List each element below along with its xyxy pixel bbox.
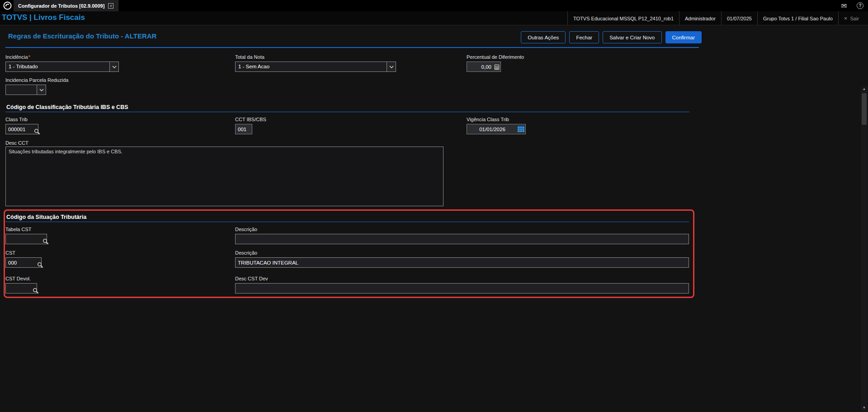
desc-cct-label: Desc CCT (5, 140, 28, 146)
brand-title: TOTVS | Livros Fiscais (2, 13, 85, 22)
scroll-up-icon[interactable]: ▲ (861, 86, 868, 92)
tabela-descricao-input[interactable] (235, 234, 689, 244)
calculator-icon[interactable] (494, 64, 500, 72)
calendar-icon[interactable] (518, 126, 524, 134)
magnifier-icon[interactable] (37, 262, 43, 270)
inc-parcela-reduzida-select[interactable] (5, 85, 46, 95)
incidencia-label: Incidência* (5, 54, 119, 60)
window-top-bar: Configurador de Tributos [02.9.0009] × ✉… (0, 0, 868, 11)
section-divider (5, 112, 689, 112)
tab-configurador-tributos[interactable]: Configurador de Tributos [02.9.0009] × (14, 0, 118, 11)
help-icon[interactable]: ? (857, 2, 863, 9)
cst-devol-label: CST Devol. (5, 276, 37, 281)
vigencia-class-trib-input[interactable] (467, 124, 526, 134)
tab-close-icon[interactable]: × (108, 3, 113, 9)
desc-cct-textarea[interactable]: Situações tributadas integralmente pelo … (5, 147, 443, 206)
vertical-scrollbar[interactable]: ▲ ▼ (861, 86, 868, 411)
environment-label: TOTVS Educacional MSSQL P12_2410_rob1 (567, 11, 679, 25)
chevron-down-icon[interactable] (109, 62, 118, 71)
exit-button[interactable]: × Sair (838, 11, 864, 25)
mail-icon[interactable]: ✉ (841, 2, 847, 9)
section-divider (5, 222, 689, 222)
cst-descricao-input[interactable] (235, 257, 689, 268)
header-divider (5, 47, 699, 48)
magnifier-icon[interactable] (42, 238, 49, 246)
date-label: 01/07/2025 (721, 11, 757, 25)
cct-ibs-cbs-label: CCT IBS/CBS (235, 117, 266, 122)
total-nota-label: Total da Nota (235, 54, 396, 60)
tabela-descricao-label: Descrição (235, 227, 689, 232)
outras-acoes-button[interactable]: Outras Ações (521, 31, 566, 43)
vigencia-class-trib-label: Vigência Class Trib (467, 117, 526, 122)
required-mark: * (28, 54, 30, 60)
tab-title: Configurador de Tributos [02.9.0009] (18, 3, 104, 9)
action-toolbar: Outras Ações Fechar Salvar e Criar Novo … (521, 31, 702, 43)
tabela-cst-input[interactable] (5, 234, 47, 244)
cct-ibs-cbs-input[interactable] (235, 124, 252, 134)
section-class-trib-title: Código de Classificação Tributária IBS e… (6, 104, 128, 110)
company-branch-label: Grupo Totvs 1 / Filial Sao Paulo (757, 11, 838, 25)
close-icon: × (844, 15, 848, 22)
user-label: Administrador (679, 11, 721, 25)
confirmar-button[interactable]: Confirmar (665, 31, 702, 43)
salvar-criar-novo-button[interactable]: Salvar e Criar Novo (603, 31, 661, 43)
app-header: TOTVS | Livros Fiscais TOTVS Educacional… (0, 11, 868, 25)
magnifier-icon[interactable] (34, 128, 40, 137)
cst-label: CST (5, 250, 42, 256)
inc-parcela-reduzida-label: Incidencia Parcela Reduzida (5, 77, 68, 83)
chevron-down-icon[interactable] (37, 85, 46, 95)
magnifier-icon[interactable] (33, 288, 39, 296)
incidencia-select[interactable]: 1 - Tributado (5, 62, 119, 72)
total-nota-select[interactable]: 1 - Sem Acao (235, 62, 396, 72)
total-nota-value: 1 - Sem Acao (236, 62, 387, 71)
desc-cst-dev-label: Desc CST Dev (235, 276, 689, 281)
scrollbar-thumb[interactable] (862, 93, 867, 125)
inc-parcela-reduzida-value (6, 85, 37, 95)
totvs-logo-icon (3, 1, 12, 10)
tabela-cst-label: Tabela CST (5, 227, 47, 232)
page-title: Regras de Escrituração do Tributo - ALTE… (8, 32, 156, 40)
incidencia-value: 1 - Tributado (6, 62, 109, 71)
desc-cst-dev-input[interactable] (235, 283, 689, 294)
exit-label: Sair (850, 16, 859, 21)
cst-input[interactable] (5, 257, 42, 268)
section-cst-title: Código da Situação Tributária (6, 214, 86, 220)
scroll-down-icon[interactable]: ▼ (861, 405, 868, 411)
class-trib-label: Class Trib (5, 117, 38, 122)
fechar-button[interactable]: Fechar (569, 31, 599, 43)
cst-descricao-label: Descrição (235, 250, 689, 256)
perc-diferimento-label: Percentual de Diferimento (467, 54, 524, 60)
chevron-down-icon[interactable] (387, 62, 396, 71)
